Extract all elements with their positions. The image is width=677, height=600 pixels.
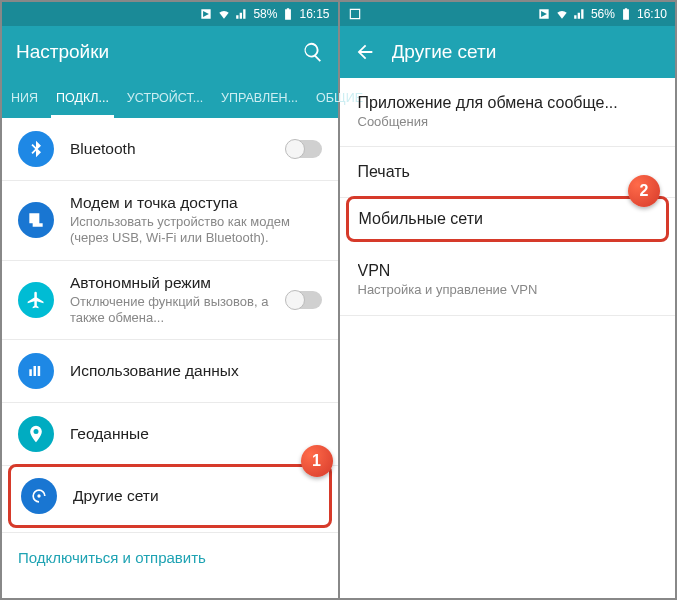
battery-icon (619, 7, 633, 21)
airplane-toggle[interactable] (286, 291, 322, 309)
settings-list: Приложение для обмена сообще... Сообщени… (340, 78, 676, 598)
page-title: Другие сети (392, 41, 662, 63)
tab-device[interactable]: УСТРОЙСТ... (118, 78, 212, 118)
wifi-icon (217, 7, 231, 21)
airplane-icon (18, 282, 54, 318)
phone-left: 58% 16:15 Настройки НИЯ ПОДКЛ... УСТРОЙС… (2, 2, 338, 598)
bluetooth-icon (18, 131, 54, 167)
tab-connections-cut[interactable]: НИЯ (2, 78, 47, 118)
app-bar: Настройки (2, 26, 338, 78)
row-printing[interactable]: Печать (340, 147, 676, 198)
row-default-sms-app[interactable]: Приложение для обмена сообще... Сообщени… (340, 78, 676, 147)
clock-text: 16:10 (637, 7, 667, 21)
status-bar: 56% 16:10 (340, 2, 676, 26)
data-usage-icon (18, 353, 54, 389)
tab-controls[interactable]: УПРАВЛЕН... (212, 78, 307, 118)
row-vpn[interactable]: VPN Настройка и управление VPN (340, 246, 676, 315)
row-location[interactable]: Геоданные (2, 403, 338, 466)
networks-icon (21, 478, 57, 514)
back-icon[interactable] (354, 41, 376, 63)
tab-connections[interactable]: ПОДКЛ... (47, 78, 118, 118)
battery-icon (281, 7, 295, 21)
callout-1: 1 (301, 445, 333, 477)
location-icon (18, 416, 54, 452)
bluetooth-toggle[interactable] (286, 140, 322, 158)
hotspot-icon (18, 202, 54, 238)
nfc-icon (537, 7, 551, 21)
battery-text: 58% (253, 7, 277, 21)
settings-list: Bluetooth Модем и точка доступа Использо… (2, 118, 338, 598)
row-data-usage[interactable]: Использование данных (2, 340, 338, 403)
signal-icon (573, 7, 587, 21)
row-more-networks[interactable]: Другие сети 1 (8, 464, 332, 528)
wifi-icon (555, 7, 569, 21)
status-bar: 58% 16:15 (2, 2, 338, 26)
clock-text: 16:15 (299, 7, 329, 21)
row-mobile-networks[interactable]: Мобильные сети 2 (346, 196, 670, 242)
battery-text: 56% (591, 7, 615, 21)
tabs: НИЯ ПОДКЛ... УСТРОЙСТ... УПРАВЛЕН... ОБЩ… (2, 78, 338, 118)
page-title: Настройки (16, 41, 286, 63)
phone-right: 56% 16:10 Другие сети Приложение для обм… (338, 2, 676, 598)
app-bar: Другие сети (340, 26, 676, 78)
signal-icon (235, 7, 249, 21)
callout-2: 2 (628, 175, 660, 207)
connect-send-link[interactable]: Подключиться и отправить (2, 532, 338, 582)
row-tethering[interactable]: Модем и точка доступа Использовать устро… (2, 181, 338, 261)
row-bluetooth[interactable]: Bluetooth (2, 118, 338, 181)
nfc-icon (199, 7, 213, 21)
screenshot-icon (348, 7, 362, 21)
row-airplane[interactable]: Автономный режим Отключение функций вызо… (2, 261, 338, 341)
search-icon[interactable] (302, 41, 324, 63)
